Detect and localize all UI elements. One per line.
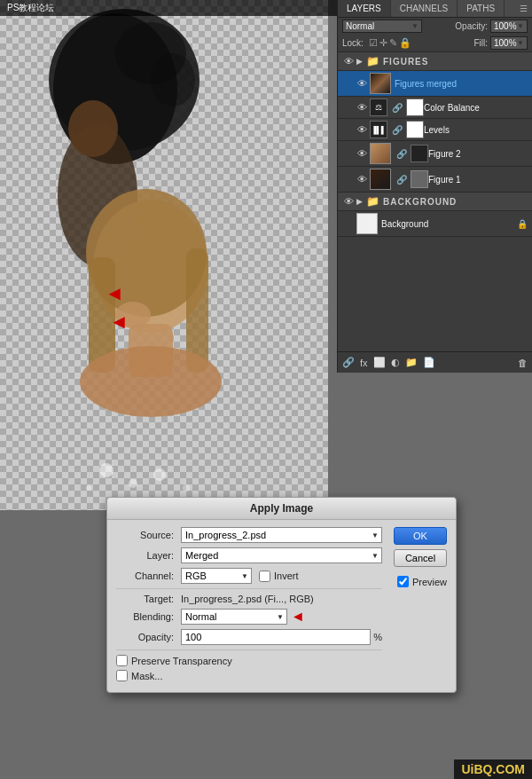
tab-layers[interactable]: LAYERS xyxy=(338,0,391,17)
mask-figure-2 xyxy=(411,145,428,162)
dialog-left: Source: In_progress_2.psd Layer: Merged xyxy=(116,527,382,685)
invert-label[interactable]: Invert xyxy=(274,570,299,581)
dialog-divider-2 xyxy=(116,649,382,650)
triangle-figures[interactable]: ▶ xyxy=(356,57,363,66)
layer-levels[interactable]: 👁 ▐▌▌ 🔗 Levels xyxy=(338,119,532,141)
opacity-select[interactable]: 100% xyxy=(490,20,528,33)
layer-figure-1[interactable]: 👁 🔗 Figure 1 xyxy=(338,167,532,193)
source-row: Source: In_progress_2.psd xyxy=(116,527,382,543)
tab-paths[interactable]: PATHS xyxy=(458,0,505,17)
lock-all-icon[interactable]: 🔒 xyxy=(399,37,411,49)
lock-check-icon[interactable]: ☑ xyxy=(369,37,378,49)
opacity-wrapper[interactable]: 100% xyxy=(490,20,528,33)
mask-color-balance xyxy=(406,98,424,116)
chain-cb: 🔗 xyxy=(392,103,403,113)
dialog-right: OK Cancel Preview xyxy=(389,527,447,685)
target-value: In_progress_2.psd (Fi..., RGB) xyxy=(181,594,314,604)
layers-panel: LAYERS CHANNELS PATHS ☰ Normal Opacity: … xyxy=(337,0,532,373)
layer-figures-merged-name: Figures merged xyxy=(395,79,528,89)
source-wrapper[interactable]: In_progress_2.psd xyxy=(181,527,382,543)
group-figures-name: FIGURES xyxy=(383,57,428,67)
layer-select[interactable]: Merged xyxy=(181,547,382,563)
ok-button[interactable]: OK xyxy=(394,527,447,545)
tab-channels[interactable]: CHANNELS xyxy=(391,0,458,17)
thumb-figure-2 xyxy=(370,143,391,164)
eye-icon-figures[interactable]: 👁 xyxy=(342,55,355,67)
triangle-bg[interactable]: ▶ xyxy=(356,197,363,206)
chain-fig1: 🔗 xyxy=(396,175,407,185)
svg-point-15 xyxy=(153,468,166,481)
mask-row: Mask... xyxy=(116,670,382,681)
light-woman-figure xyxy=(18,177,284,497)
layer-color-balance-name: Color Balance xyxy=(424,103,528,113)
adjustment-button[interactable]: ◐ xyxy=(391,357,400,368)
layer-levels-name: Levels xyxy=(424,125,528,135)
mask-checkbox[interactable] xyxy=(116,670,128,681)
preserve-checkbox[interactable] xyxy=(116,655,128,666)
opacity-group: Opacity: 100% xyxy=(455,20,528,33)
preview-label[interactable]: Preview xyxy=(412,577,447,587)
red-arrow-1: ◄ xyxy=(105,282,124,305)
thumb-color-balance: ⚖ xyxy=(370,98,387,116)
blend-mode-select[interactable]: Normal xyxy=(342,20,422,33)
eye-icon-cb[interactable]: 👁 xyxy=(356,101,368,114)
dialog-divider-1 xyxy=(116,588,382,589)
opacity-input[interactable] xyxy=(181,629,371,645)
preview-checkbox[interactable] xyxy=(397,576,409,587)
invert-checkbox[interactable] xyxy=(259,570,270,582)
thumb-levels: ▐▌▌ xyxy=(370,121,387,138)
svg-point-11 xyxy=(80,346,222,417)
eye-icon-merged[interactable]: 👁 xyxy=(356,77,368,90)
layer-wrapper[interactable]: Merged xyxy=(181,547,382,563)
watermark-text: UiBQ.COM xyxy=(461,762,525,776)
folder-icon-bg: 📁 xyxy=(366,195,379,208)
channel-label: Channel: xyxy=(116,570,174,581)
lock-paint-icon[interactable]: ✎ xyxy=(389,37,397,49)
thumb-figure-1 xyxy=(370,169,391,190)
blending-wrapper[interactable]: Normal xyxy=(181,609,287,625)
fill-wrapper[interactable]: 100% xyxy=(490,36,528,50)
new-layer-button[interactable]: 📄 xyxy=(423,357,435,368)
preserve-label[interactable]: Preserve Transparency xyxy=(131,656,232,666)
red-arrow-2: ◄ xyxy=(109,311,129,334)
fx-button[interactable]: fx xyxy=(360,358,368,368)
layer-color-balance[interactable]: 👁 ⚖ 🔗 Color Balance xyxy=(338,97,532,119)
layer-figure-2[interactable]: 👁 🔗 Figure 2 xyxy=(338,141,532,167)
svg-point-14 xyxy=(129,479,137,488)
blend-mode-wrapper[interactable]: Normal xyxy=(342,20,422,33)
target-row: Target: In_progress_2.psd (Fi..., RGB) xyxy=(116,594,382,604)
channel-select[interactable]: RGB xyxy=(181,568,252,584)
mask-levels xyxy=(406,121,424,138)
link-button[interactable]: 🔗 xyxy=(342,357,355,368)
panel-menu-icon[interactable]: ☰ xyxy=(515,0,532,17)
delete-layer-button[interactable]: 🗑 xyxy=(518,358,528,368)
folder-button[interactable]: 📁 xyxy=(405,357,418,368)
group-figures[interactable]: 👁 ▶ 📁 FIGURES xyxy=(338,52,532,71)
layer-background-name: Background xyxy=(381,219,517,229)
channel-wrapper[interactable]: RGB xyxy=(181,568,252,584)
eye-icon-fig1[interactable]: 👁 xyxy=(356,173,368,185)
blending-label: Blending: xyxy=(116,611,174,622)
blending-select[interactable]: Normal xyxy=(181,609,287,625)
lock-move-icon[interactable]: ✛ xyxy=(379,37,387,49)
svg-point-13 xyxy=(99,463,113,477)
eye-icon-bg-group[interactable]: 👁 xyxy=(342,195,355,208)
group-background[interactable]: 👁 ▶ 📁 BACKGROUND xyxy=(338,193,532,211)
mask-button[interactable]: ⬜ xyxy=(373,357,386,368)
preview-row: Preview xyxy=(397,576,447,587)
eye-icon-levels[interactable]: 👁 xyxy=(356,123,368,136)
blending-row: Blending: Normal ◄ xyxy=(116,609,382,625)
eye-icon-bg[interactable] xyxy=(342,217,355,230)
eye-icon-fig2[interactable]: 👁 xyxy=(356,147,368,160)
cancel-button[interactable]: Cancel xyxy=(394,549,447,567)
fill-select[interactable]: 100% xyxy=(490,36,528,50)
chain-fig2: 🔗 xyxy=(396,149,407,159)
mask-label[interactable]: Mask... xyxy=(131,671,162,681)
lock-label: Lock: xyxy=(342,38,364,48)
apply-image-dialog: Apply Image Source: In_progress_2.psd La… xyxy=(106,497,457,693)
layer-background[interactable]: Background 🔒 xyxy=(338,211,532,237)
source-select[interactable]: In_progress_2.psd xyxy=(181,527,382,543)
canvas-area: ◄ ◄ xyxy=(0,0,328,510)
red-arrow-dialog: ◄ xyxy=(291,609,305,625)
layer-figures-merged[interactable]: 👁 Figures merged xyxy=(338,71,532,97)
